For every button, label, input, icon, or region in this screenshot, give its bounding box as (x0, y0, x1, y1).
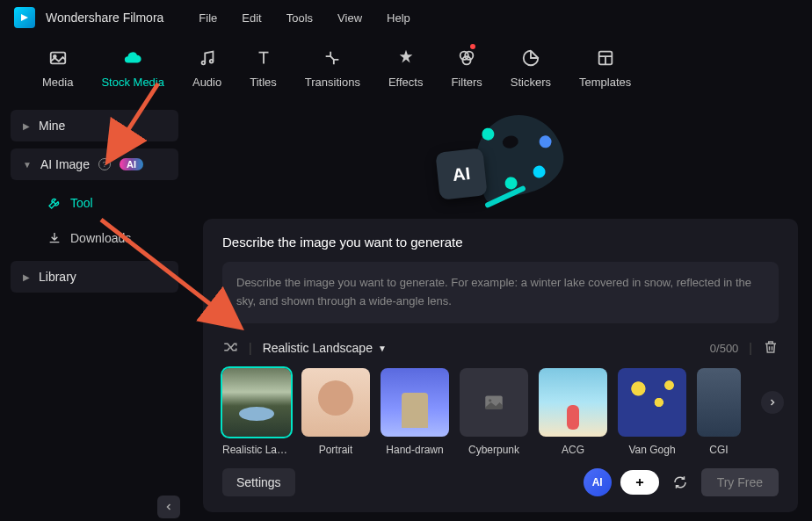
style-card-hand-drawn[interactable]: Hand-drawn (381, 368, 449, 456)
style-next-button[interactable] (761, 391, 784, 414)
sidebar-label: Library (39, 270, 76, 284)
style-thumb (618, 368, 686, 437)
tab-stickers[interactable]: Stickers (511, 46, 551, 89)
refresh-button[interactable] (668, 470, 692, 495)
style-selected-label: Realistic Landscape (263, 341, 373, 355)
templates-icon (593, 46, 618, 70)
style-bar: | Realistic Landscape ▼ 0/500 | (222, 339, 779, 358)
download-icon (47, 231, 62, 245)
tab-titles[interactable]: Titles (250, 46, 277, 89)
tab-label: Titles (250, 76, 277, 89)
titles-icon (251, 46, 276, 70)
divider: | (249, 341, 252, 355)
tab-label: Transitions (305, 76, 360, 89)
audio-icon (195, 46, 220, 70)
bottom-bar: Settings AI Try Free (222, 468, 779, 496)
style-label: Cyberpunk (468, 444, 519, 456)
try-free-button[interactable]: Try Free (701, 468, 779, 496)
tab-label: Stickers (511, 76, 551, 89)
tab-label: Stock Media (101, 76, 164, 89)
generate-panel: Describe the image you want to generate … (203, 219, 798, 512)
sidebar-label: Mine (39, 119, 65, 133)
try-free-label: Try Free (717, 475, 763, 489)
style-thumb (301, 368, 370, 437)
tab-transitions[interactable]: Transitions (305, 46, 360, 89)
sidebar-item-ai-image[interactable]: ▼ AI Image ? AI (11, 148, 178, 180)
toolbar: Media Stock Media Audio Titles Transitio… (0, 35, 812, 103)
style-label: Hand-drawn (386, 444, 443, 456)
tab-label: Filters (451, 76, 482, 89)
caret-right-icon: ▶ (23, 272, 30, 282)
ai-logo-tile: AI (435, 148, 487, 199)
style-card-acg[interactable]: ACG (539, 368, 607, 456)
caret-right-icon: ▶ (23, 121, 30, 131)
svg-point-3 (209, 60, 213, 63)
prompt-textarea[interactable]: Describe the image you want to generate.… (222, 262, 779, 323)
svg-point-2 (201, 62, 205, 65)
divider: | (749, 341, 752, 355)
app-title: Wondershare Filmora (46, 11, 163, 25)
svg-point-9 (489, 399, 491, 402)
hero-illustration: AI (203, 103, 798, 219)
style-row: Realistic Lan... Portrait Hand-drawn Cyb… (222, 368, 779, 456)
menu-help[interactable]: Help (387, 11, 410, 25)
sidebar-label: Downloads (70, 231, 131, 245)
style-thumb-placeholder (460, 368, 528, 437)
menu-file[interactable]: File (199, 11, 217, 25)
svg-point-6 (463, 56, 471, 64)
help-icon[interactable]: ? (98, 158, 111, 170)
style-card-portrait[interactable]: Portrait (301, 368, 370, 456)
settings-button[interactable]: Settings (222, 468, 295, 496)
app-logo-icon (14, 7, 35, 28)
ai-icon-button[interactable]: AI (584, 468, 612, 496)
clear-button[interactable] (763, 339, 779, 358)
style-card-van-gogh[interactable]: Van Gogh (618, 368, 686, 456)
style-label: ACG (562, 444, 584, 456)
sidebar: ▶ Mine ▼ AI Image ? AI Tool Downloads ▶ … (0, 103, 189, 521)
sidebar-submenu: Tool Downloads (11, 187, 178, 254)
sidebar-item-library[interactable]: ▶ Library (11, 261, 178, 293)
refresh-icon (672, 474, 688, 490)
ai-badge: AI (120, 158, 143, 170)
style-thumb (697, 368, 741, 437)
menubar: File Edit Tools View Help (199, 11, 410, 25)
tab-templates[interactable]: Templates (579, 46, 631, 89)
stickers-icon (518, 46, 543, 70)
titlebar: Wondershare Filmora File Edit Tools View… (0, 0, 812, 35)
chevron-left-icon (163, 502, 174, 512)
style-thumb (539, 368, 607, 437)
collapse-sidebar-button[interactable] (157, 496, 180, 518)
tab-audio[interactable]: Audio (192, 46, 221, 89)
tab-label: Templates (579, 76, 631, 89)
cloud-icon (120, 46, 145, 70)
settings-label: Settings (236, 475, 281, 489)
tab-media[interactable]: Media (42, 46, 73, 89)
plus-icon (634, 476, 646, 488)
sidebar-label: AI Image (40, 157, 90, 171)
tab-stock-media[interactable]: Stock Media (101, 46, 164, 89)
sidebar-item-mine[interactable]: ▶ Mine (11, 110, 178, 141)
sidebar-label: Tool (70, 196, 93, 210)
tab-effects[interactable]: Effects (388, 46, 424, 89)
style-label: Van Gogh (628, 444, 675, 456)
sidebar-item-tool[interactable]: Tool (35, 187, 178, 219)
image-placeholder-icon (482, 391, 505, 414)
style-card-cgi[interactable]: CGI (697, 368, 741, 456)
tab-filters[interactable]: Filters (451, 46, 482, 89)
effects-icon (394, 46, 418, 70)
menu-tools[interactable]: Tools (286, 11, 313, 25)
add-button[interactable] (620, 470, 659, 495)
style-card-realistic-landscape[interactable]: Realistic Lan... (222, 368, 291, 456)
style-thumb (381, 368, 449, 437)
menu-view[interactable]: View (337, 11, 362, 25)
content: AI Describe the image you want to genera… (189, 103, 812, 521)
transitions-icon (320, 46, 344, 70)
sidebar-item-downloads[interactable]: Downloads (35, 222, 178, 254)
filters-icon (454, 46, 479, 70)
style-card-cyberpunk[interactable]: Cyberpunk (460, 368, 528, 456)
shuffle-button[interactable] (222, 339, 238, 358)
main: ▶ Mine ▼ AI Image ? AI Tool Downloads ▶ … (0, 103, 812, 521)
menu-edit[interactable]: Edit (242, 11, 261, 25)
wrench-icon (47, 196, 62, 210)
style-dropdown[interactable]: Realistic Landscape ▼ (263, 341, 387, 355)
